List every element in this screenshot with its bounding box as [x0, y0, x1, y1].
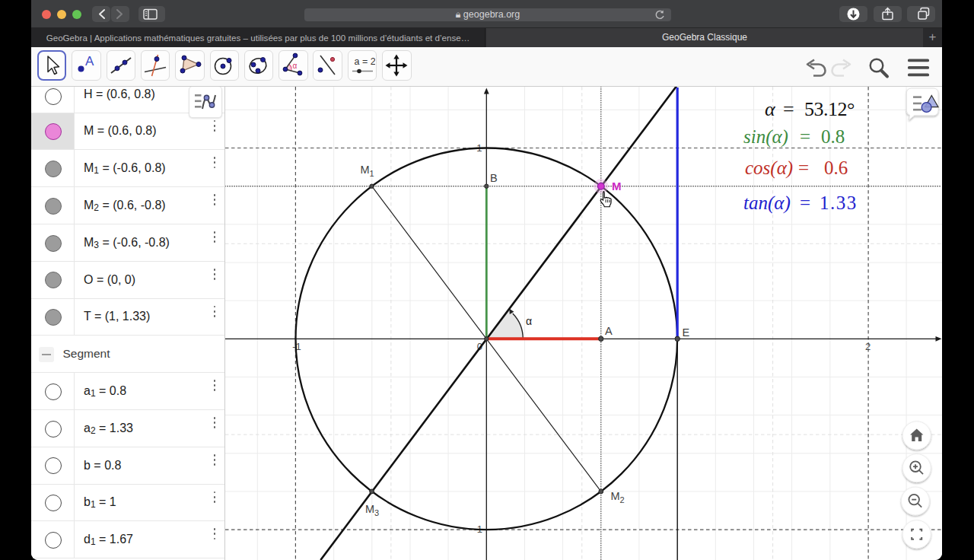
svg-text:A: A	[605, 325, 613, 337]
svg-text:a = 2: a = 2	[354, 56, 375, 66]
svg-text:M: M	[612, 180, 622, 192]
svg-text:2: 2	[865, 341, 871, 352]
svg-text:cos(α)=0.6: cos(α)=0.6	[745, 158, 848, 179]
svg-text:B: B	[490, 172, 498, 184]
svg-text:sin(α)=0.8: sin(α)=0.8	[743, 126, 845, 148]
svg-text:α: α	[526, 315, 532, 327]
svg-text:α: α	[293, 61, 298, 69]
svg-text:E: E	[683, 326, 690, 339]
svg-text:A: A	[85, 54, 94, 68]
svg-text:α=53.12°: α=53.12°	[765, 98, 855, 120]
svg-text:tan(α)=1.33: tan(α)=1.33	[743, 192, 858, 214]
